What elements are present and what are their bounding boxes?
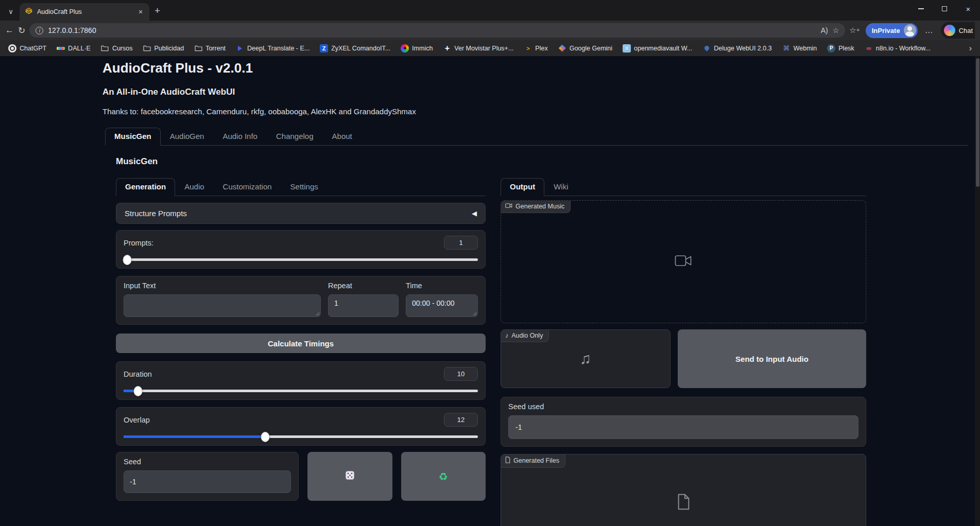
- random-seed-button[interactable]: [307, 452, 392, 501]
- chatgpt-favicon: [8, 44, 16, 52]
- calculate-timings-button[interactable]: Calculate Timings: [116, 334, 486, 353]
- credits-text: Thanks to: facebookresearch, Camenduru, …: [102, 107, 968, 116]
- overlap-slider[interactable]: [124, 435, 478, 438]
- favorites-icon[interactable]: ☆: [849, 26, 856, 35]
- page-scrollbar[interactable]: [975, 56, 980, 526]
- url-text[interactable]: 127.0.0.1:7860: [48, 26, 816, 34]
- right-tabs: Output Wiki: [501, 178, 866, 196]
- duration-slider-handle[interactable]: [133, 386, 142, 396]
- main-tabs: MusicGen AudioGen Audio Info Changelog A…: [105, 128, 968, 146]
- bookmark-item[interactable]: ≡openmediavault W...: [618, 43, 696, 54]
- prompts-slider-handle[interactable]: [123, 255, 131, 265]
- duration-value[interactable]: 10: [444, 367, 478, 381]
- bookmark-item[interactable]: >Plex: [520, 43, 552, 54]
- file-icon: [677, 494, 690, 512]
- video-icon: [505, 203, 512, 210]
- gradio-favicon: [25, 7, 33, 17]
- bookmark-item[interactable]: Immich: [397, 43, 437, 54]
- bookmark-item[interactable]: Google Gemini: [554, 43, 616, 54]
- bookmark-item[interactable]: +Ver Movistar Plus+...: [439, 43, 518, 54]
- bookmark-item[interactable]: PPlesk: [823, 43, 858, 54]
- back-icon[interactable]: ←: [5, 25, 14, 36]
- tab-audio[interactable]: Audio: [175, 178, 213, 196]
- prompts-slider[interactable]: [124, 258, 478, 261]
- overlap-value[interactable]: 12: [444, 413, 478, 427]
- bookmark-item[interactable]: DALL·E: [53, 43, 95, 54]
- section-heading: MusicGen: [116, 156, 968, 167]
- new-tab-button[interactable]: +: [154, 5, 160, 16]
- tab-actions-chevron-icon[interactable]: ∨: [3, 4, 19, 19]
- audio-only-label: ♪ Audio Only: [501, 330, 549, 342]
- tab-audiogen[interactable]: AudioGen: [161, 128, 214, 145]
- seed-field[interactable]: -1: [124, 470, 291, 493]
- bookmark-item[interactable]: Cursos: [97, 43, 137, 54]
- browser-tab[interactable]: AudioCraft Plus ×: [20, 3, 149, 21]
- structure-prompts-accordion[interactable]: Structure Prompts ◀: [116, 203, 486, 224]
- time-field[interactable]: 00:00 - 00:00: [406, 294, 478, 317]
- tab-audio-info[interactable]: Audio Info: [213, 128, 267, 145]
- seed-used-field[interactable]: -1: [508, 415, 858, 439]
- tab-close-icon[interactable]: ×: [136, 7, 145, 16]
- read-aloud-icon[interactable]: A): [821, 26, 828, 34]
- copilot-icon: [944, 25, 955, 36]
- bookmark-item[interactable]: Deluge WebUI 2.0.3: [698, 43, 776, 54]
- reuse-seed-button[interactable]: ♻: [401, 452, 486, 501]
- tab-customization[interactable]: Customization: [214, 178, 281, 196]
- video-camera-icon: [675, 254, 692, 269]
- generated-files-output[interactable]: Generated Files: [501, 454, 866, 526]
- bookmark-item[interactable]: ChatGPT: [4, 43, 50, 54]
- tab-musicgen[interactable]: MusicGen: [105, 128, 161, 146]
- profile-avatar: [904, 24, 916, 37]
- bookmark-item[interactable]: ZZyXEL ComandoIT...: [316, 43, 394, 54]
- add-favorite-icon[interactable]: ☆: [833, 26, 839, 34]
- refresh-icon[interactable]: ↻: [18, 25, 25, 36]
- send-to-input-audio-button[interactable]: Send to Input Audio: [678, 329, 866, 388]
- seed-label: Seed: [124, 458, 291, 466]
- tab-output[interactable]: Output: [501, 178, 544, 196]
- tab-wiki[interactable]: Wiki: [544, 178, 577, 196]
- bookmark-item[interactable]: Publicidad: [139, 43, 188, 54]
- tab-changelog[interactable]: Changelog: [267, 128, 323, 145]
- more-bookmarks-chevron-icon[interactable]: ›: [965, 44, 976, 53]
- duration-slider[interactable]: [124, 390, 478, 392]
- resize-handle[interactable]: [315, 311, 319, 315]
- tab-about[interactable]: About: [323, 128, 362, 145]
- repeat-field[interactable]: 1: [328, 294, 399, 317]
- address-bar[interactable]: i 127.0.0.1:7860 A) ☆: [29, 23, 845, 38]
- settings-menu-icon[interactable]: …: [925, 26, 934, 35]
- scrollbar-thumb[interactable]: [976, 58, 979, 187]
- dalle-favicon: [57, 44, 65, 52]
- generated-music-label: Generated Music: [501, 201, 571, 213]
- minimize-button[interactable]: [909, 0, 933, 17]
- folder-icon: [194, 44, 202, 52]
- generated-music-output[interactable]: Generated Music: [501, 200, 866, 323]
- duration-group: Duration 10: [116, 361, 486, 400]
- close-button[interactable]: ×: [956, 0, 980, 17]
- accordion-arrow-icon: ◀: [472, 209, 477, 217]
- tab-generation[interactable]: Generation: [116, 178, 175, 196]
- overlap-slider-handle[interactable]: [261, 432, 270, 442]
- site-info-icon[interactable]: i: [36, 27, 43, 34]
- copilot-button[interactable]: Chat: [941, 22, 975, 39]
- duration-label: Duration: [124, 370, 152, 378]
- bookmark-item[interactable]: DeepL Translate - E...: [232, 43, 314, 54]
- webmin-favicon: ⌘: [782, 44, 790, 52]
- bookmark-item[interactable]: Torrent: [190, 43, 230, 54]
- resize-handle[interactable]: [472, 311, 476, 315]
- time-label: Time: [406, 282, 478, 290]
- audio-only-output[interactable]: ♪ Audio Only ♫: [501, 329, 670, 388]
- overlap-group: Overlap 12: [116, 407, 486, 446]
- bookmark-item[interactable]: ∞n8n.io - Workflow...: [861, 43, 935, 54]
- inprivate-label: InPrivate: [872, 27, 900, 34]
- prompts-value[interactable]: 1: [444, 236, 478, 250]
- overlap-label: Overlap: [124, 416, 150, 424]
- tab-settings[interactable]: Settings: [281, 178, 328, 196]
- bookmark-item[interactable]: ⌘Webmin: [778, 43, 821, 54]
- file-icon: [505, 457, 510, 465]
- copilot-label: Chat: [959, 27, 973, 34]
- input-text-field[interactable]: [124, 294, 321, 317]
- inprivate-badge[interactable]: InPrivate: [866, 23, 918, 38]
- maximize-icon: [942, 6, 947, 11]
- deepl-favicon: [236, 44, 244, 52]
- maximize-button[interactable]: [933, 0, 956, 17]
